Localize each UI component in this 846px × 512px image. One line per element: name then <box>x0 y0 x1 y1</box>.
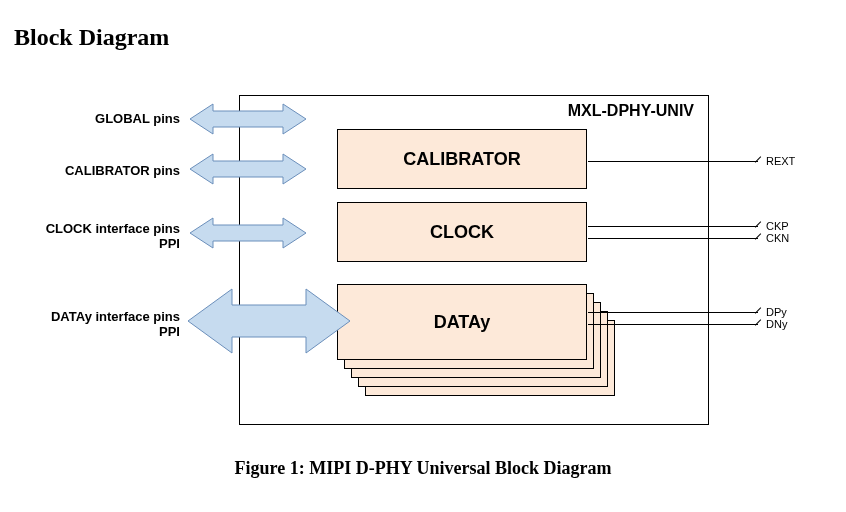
left-label-data-line1: DATAy interface pins <box>51 309 180 324</box>
left-label-data: DATAy interface pins PPI <box>10 310 180 340</box>
svg-marker-1 <box>190 154 306 184</box>
module-calibrator: CALIBRATOR <box>337 129 587 189</box>
left-label-clock: CLOCK interface pins PPI <box>10 222 180 252</box>
left-label-calibrator: CALIBRATOR pins <box>10 164 180 179</box>
module-data: DATAy <box>337 284 587 360</box>
conn-ckp <box>588 226 758 227</box>
pin-tick <box>755 307 761 313</box>
pin-label-dpy: DPy <box>766 306 787 318</box>
pin-label-rext: REXT <box>766 155 795 167</box>
arrow-clock <box>188 216 308 250</box>
conn-ckn <box>588 238 758 239</box>
pin-tick <box>755 156 761 162</box>
section-title: Block Diagram <box>14 24 169 51</box>
arrow-data <box>186 285 352 357</box>
pin-label-dny: DNy <box>766 318 787 330</box>
phy-block-title: MXL-DPHY-UNIV <box>568 102 694 120</box>
figure-caption: Figure 1: MIPI D-PHY Universal Block Dia… <box>0 458 846 479</box>
pin-tick <box>755 221 761 227</box>
left-label-data-line2: PPI <box>159 324 180 339</box>
conn-dpy <box>588 312 758 313</box>
svg-marker-2 <box>190 218 306 248</box>
pin-label-ckn: CKN <box>766 232 789 244</box>
svg-marker-3 <box>188 289 350 353</box>
arrow-calibrator <box>188 152 308 186</box>
module-data-label: DATAy <box>434 312 491 333</box>
module-calibrator-label: CALIBRATOR <box>403 149 520 170</box>
conn-dny <box>588 324 758 325</box>
module-clock: CLOCK <box>337 202 587 262</box>
left-label-clock-line1: CLOCK interface pins <box>46 221 180 236</box>
pin-label-ckp: CKP <box>766 220 789 232</box>
left-label-global: GLOBAL pins <box>10 112 180 127</box>
page: Block Diagram MXL-DPHY-UNIV CALIBRATOR C… <box>0 0 846 512</box>
module-clock-label: CLOCK <box>430 222 494 243</box>
conn-rext <box>588 161 758 162</box>
arrow-global <box>188 102 308 136</box>
pin-tick <box>755 233 761 239</box>
pin-tick <box>755 319 761 325</box>
left-label-clock-line2: PPI <box>159 236 180 251</box>
svg-marker-0 <box>190 104 306 134</box>
